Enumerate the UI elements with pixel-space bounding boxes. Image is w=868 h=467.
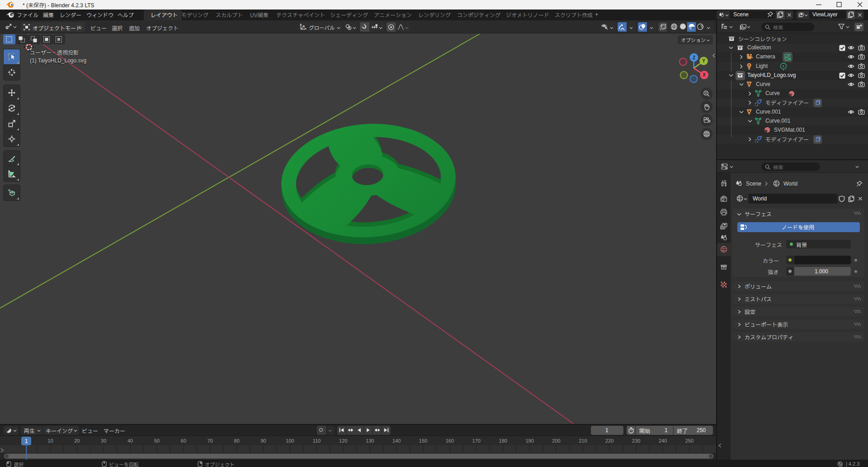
svg-text:1: 1 [25,438,28,444]
svg-text:40: 40 [127,438,133,443]
svg-text:250: 250 [685,438,693,443]
svg-text:Z: Z [693,55,695,60]
svg-text:160: 160 [446,438,454,443]
svg-text:150: 150 [419,438,427,443]
svg-text:190: 190 [525,438,533,443]
svg-text:30: 30 [101,438,106,443]
svg-text:210: 210 [579,438,587,443]
svg-text:100: 100 [286,438,294,443]
svg-text:Y: Y [702,58,705,63]
svg-text:60: 60 [181,438,186,443]
svg-text:80: 80 [234,438,240,443]
svg-text:200: 200 [552,438,560,443]
svg-text:130: 130 [366,438,374,443]
svg-text:140: 140 [392,438,401,443]
svg-text:170: 170 [472,438,481,443]
svg-text:20: 20 [74,438,80,443]
svg-text:240: 240 [659,438,667,443]
svg-text:70: 70 [208,438,213,443]
svg-text:110: 110 [313,438,321,443]
svg-text:50: 50 [154,438,160,443]
svg-text:230: 230 [632,438,640,443]
svg-text:120: 120 [339,438,347,443]
svg-text:90: 90 [260,438,266,443]
svg-text:220: 220 [605,438,613,443]
svg-text:X: X [703,72,706,77]
svg-text:10: 10 [47,438,53,443]
svg-text:180: 180 [499,438,507,443]
